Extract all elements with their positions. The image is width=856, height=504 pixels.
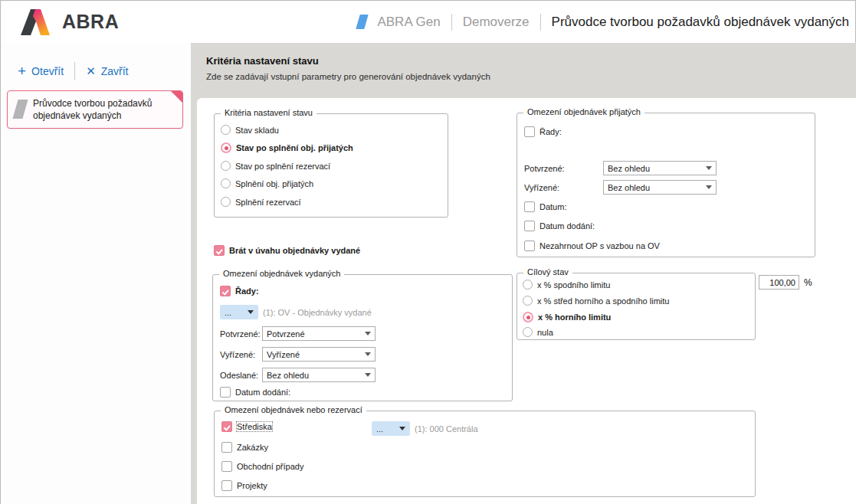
sidebar-actions: + Otevřít ✕ Zavřít (18, 62, 183, 80)
abra-gen-window: ABRA ABRA Gen Demoverze Průvodce tvorbou… (0, 0, 856, 504)
checkbox-datum-dodani-ov[interactable] (220, 387, 231, 398)
radio-label: x % spodního limitu (537, 280, 610, 290)
group-status-criteria-legend: Kritéria nastavení stavu (221, 108, 316, 117)
checkbox-datum-dodani-op[interactable] (524, 221, 535, 231)
chevron-down-icon (365, 352, 371, 356)
checkbox-zakazky[interactable] (221, 442, 232, 453)
radio-row-stav-po-splneni-op[interactable]: Stav po splnění obj. přijatých (221, 142, 353, 153)
checkbox-row-include-issued[interactable]: Brát v úvahu objednávky vydané (214, 245, 360, 256)
vyrizene-op-label: Vyřízené: (524, 183, 559, 192)
radio-stav-skladu[interactable] (221, 125, 231, 135)
page-title: Kritéria nastavení stavu (206, 55, 856, 67)
checkbox-row-datum-dodani-op[interactable]: Datum dodání: (524, 221, 595, 231)
checkbox-nezahrnout[interactable] (524, 241, 535, 251)
environment-name: Demoverze (463, 15, 530, 30)
radio-row-splneni-rez[interactable]: Splnění rezervací (221, 197, 301, 207)
chevron-down-icon (248, 310, 254, 314)
vyrizene-ov-value: Vyřízené (267, 350, 300, 359)
work-area: + Otevřít ✕ Zavřít Průvodce tvorbou poža… (1, 43, 856, 504)
potvrzene-op-label: Potvrzené: (524, 164, 565, 173)
radio-label: Splnění obj. přijatých (235, 179, 313, 188)
radio-row-horni-limit[interactable]: x % horního limitu (523, 312, 611, 322)
checkbox-label: Datum dodání: (540, 221, 595, 231)
checkbox-label: Projekty (237, 481, 267, 490)
checkbox-rady-op[interactable] (524, 126, 535, 137)
chevron-down-icon (365, 332, 371, 335)
checkbox-row-nezahrnout[interactable]: Nezahrnout OP s vazbou na OV (524, 241, 660, 251)
group-status-criteria: Kritéria nastavení stavu Stav skladu Sta… (214, 113, 448, 218)
ellipsis-icon: ... (376, 426, 383, 432)
radio-label: Splnění rezervací (235, 198, 301, 207)
potvrzene-op-value: Bez ohledu (608, 164, 650, 173)
checkbox-projekty[interactable] (221, 480, 232, 491)
radio-label: x % horního limitu (538, 313, 611, 322)
odeslane-label: Odeslané: (220, 371, 258, 380)
radio-label: Stav skladu (235, 126, 279, 135)
checkbox-datum[interactable] (524, 201, 535, 212)
vyrizene-op-select[interactable]: Bez ohledu (603, 180, 717, 195)
checkbox-label: Střediska (237, 422, 272, 431)
potvrzene-ov-select[interactable]: Potvrzené (262, 326, 376, 341)
main-area: Kritéria nastavení stavu Zde se zadávají… (191, 43, 856, 504)
chevron-down-icon (706, 166, 712, 170)
close-icon: ✕ (86, 66, 96, 77)
sidebar: + Otevřít ✕ Zavřít Průvodce tvorbou poža… (1, 43, 191, 504)
radio-nula[interactable] (523, 327, 533, 337)
radio-label: Stav po splnění obj. přijatých (236, 143, 353, 152)
checkbox-obchodni-pripady[interactable] (221, 461, 232, 472)
abra-slash-icon (356, 15, 369, 29)
checkbox-row-datum[interactable]: Datum: (524, 201, 566, 212)
percent-input[interactable] (759, 275, 799, 290)
checkbox-row-rady-op[interactable]: Řady: (524, 126, 562, 137)
vyrizene-ov-select[interactable]: Vyřízené (262, 347, 376, 362)
radio-spodni-limit[interactable] (523, 280, 533, 290)
rady-ov-picker-button[interactable]: ... (220, 305, 258, 319)
wizard-tab-card[interactable]: Průvodce tvorbou požadavků objednávek vy… (7, 90, 183, 129)
open-button[interactable]: + Otevřít (18, 65, 64, 77)
checkbox-label: Zakázky (237, 443, 268, 452)
group-restrictions-legend: Omezení objednávek nebo rezervací (221, 405, 366, 414)
checkbox-row-zakazky[interactable]: Zakázky (221, 442, 268, 453)
radio-stav-po-splneni-op[interactable] (221, 142, 231, 153)
group-issued-orders: Omezení objednávek vydaných Řady: ... (1… (212, 274, 513, 401)
radio-splneni-op[interactable] (221, 178, 231, 188)
radio-row-stav-po-splneni-rez[interactable]: Stav po splnění rezervací (221, 161, 330, 171)
page-header: Kritéria nastavení stavu Zde se zadávají… (191, 43, 856, 81)
odeslane-value: Bez ohledu (267, 371, 309, 380)
abra-logo: ABRA (21, 9, 119, 35)
radio-stred-limitu[interactable] (523, 296, 533, 306)
radio-row-spodni-limit[interactable]: x % spodního limitu (523, 280, 610, 290)
checkbox-rady-ov[interactable] (220, 286, 231, 296)
radio-stav-po-splneni-rez[interactable] (221, 161, 231, 171)
radio-label: nula (537, 328, 553, 337)
checkbox-row-rady-ov[interactable]: Řady: (220, 286, 259, 296)
checkbox-include-issued[interactable] (214, 245, 225, 256)
strediska-picker-row: ... (1): 000 Centrála (372, 421, 478, 436)
chevron-down-icon (365, 373, 371, 377)
close-button[interactable]: ✕ Zavřít (86, 65, 128, 77)
potvrzene-op-select[interactable]: Bez ohledu (603, 161, 717, 175)
radio-label: x % střed horního a spodního limitu (537, 296, 669, 306)
strediska-picker-button[interactable]: ... (372, 421, 410, 436)
checkbox-row-projekty[interactable]: Projekty (221, 480, 267, 491)
breadcrumb: ABRA Gen Demoverze Průvodce tvorbou poža… (358, 14, 855, 31)
odeslane-select[interactable]: Bez ohledu (262, 368, 376, 382)
abra-logo-icon (21, 9, 54, 35)
radio-label: Stav po splnění rezervací (235, 162, 330, 171)
radio-row-stav-skladu[interactable]: Stav skladu (221, 125, 279, 135)
checkbox-label: Nezahrnout OP s vazbou na OV (540, 241, 660, 250)
group-received-orders-legend: Omezení objednávek přijatých (523, 107, 644, 116)
group-target-state-legend: Cílový stav (523, 267, 572, 277)
radio-row-splneni-op[interactable]: Splnění obj. přijatých (221, 178, 313, 188)
radio-row-nula[interactable]: nula (523, 327, 553, 337)
radio-horni-limit[interactable] (523, 312, 533, 322)
checkbox-row-datum-dodani-ov[interactable]: Datum dodání: (220, 387, 290, 398)
radio-row-stred-limitu[interactable]: x % střed horního a spodního limitu (523, 296, 669, 306)
checkbox-row-obchodni-pripady[interactable]: Obchodní případy (221, 461, 303, 472)
checkbox-row-strediska[interactable]: Střediska (221, 421, 272, 432)
sidebar-actions-divider (74, 62, 75, 80)
radio-splneni-rez[interactable] (221, 197, 231, 207)
checkbox-strediska[interactable] (221, 421, 232, 432)
chevron-down-icon (706, 185, 712, 189)
close-button-label: Zavřít (101, 65, 129, 77)
